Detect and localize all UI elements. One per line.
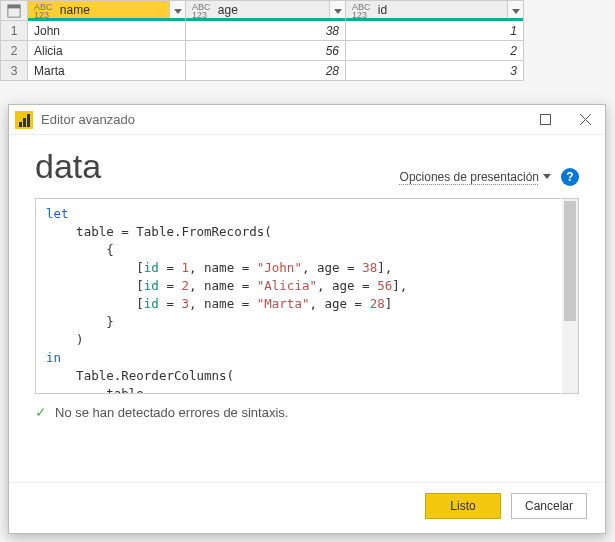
cell-age[interactable]: 56 xyxy=(186,41,346,61)
column-header-age[interactable]: ABC123 age xyxy=(186,1,346,21)
scrollbar-thumb[interactable] xyxy=(564,201,576,321)
row-number: 2 xyxy=(1,41,28,61)
cell-name[interactable]: Marta xyxy=(28,61,186,81)
query-name: data xyxy=(35,147,101,186)
help-button[interactable]: ? xyxy=(561,168,579,186)
svg-rect-2 xyxy=(540,115,550,125)
data-preview-table[interactable]: ABC123 name ABC123 age ABC123 id 1 John … xyxy=(0,0,524,81)
cell-age[interactable]: 28 xyxy=(186,61,346,81)
window-title: Editor avanzado xyxy=(41,112,525,127)
scrollbar[interactable] xyxy=(562,199,578,393)
status-text: No se han detectado errores de sintaxis. xyxy=(55,405,288,420)
close-button[interactable] xyxy=(565,105,605,135)
syntax-status: ✓ No se han detectado errores de sintaxi… xyxy=(35,394,579,420)
column-name-label: name xyxy=(60,3,90,17)
cancel-button[interactable]: Cancelar xyxy=(511,493,587,519)
display-options-dropdown[interactable]: Opciones de presentación xyxy=(400,170,551,184)
type-icon: ABC123 xyxy=(192,3,211,19)
modal-footer: Listo Cancelar xyxy=(9,482,605,533)
cell-id[interactable]: 1 xyxy=(346,21,524,41)
column-dropdown-icon[interactable] xyxy=(507,1,523,20)
code-content[interactable]: let table = Table.FromRecords( { [id = 1… xyxy=(36,199,578,394)
display-options-label: Opciones de presentación xyxy=(400,170,539,184)
table-row[interactable]: 3 Marta 28 3 xyxy=(1,61,524,81)
column-header-name[interactable]: ABC123 name xyxy=(28,1,186,21)
row-number: 1 xyxy=(1,21,28,41)
done-button[interactable]: Listo xyxy=(425,493,501,519)
row-number: 3 xyxy=(1,61,28,81)
svg-rect-1 xyxy=(8,4,20,8)
maximize-button[interactable] xyxy=(525,105,565,135)
type-icon: ABC123 xyxy=(34,3,53,19)
checkmark-icon: ✓ xyxy=(35,404,47,420)
cell-id[interactable]: 2 xyxy=(346,41,524,61)
titlebar: Editor avanzado xyxy=(9,105,605,135)
cell-name[interactable]: Alicia xyxy=(28,41,186,61)
type-icon: ABC123 xyxy=(352,3,371,19)
column-dropdown-icon[interactable] xyxy=(169,1,185,20)
app-logo-icon xyxy=(15,111,33,129)
chevron-down-icon xyxy=(543,174,551,180)
column-name-label: id xyxy=(378,3,387,17)
cell-id[interactable]: 3 xyxy=(346,61,524,81)
table-row[interactable]: 1 John 38 1 xyxy=(1,21,524,41)
column-dropdown-icon[interactable] xyxy=(329,1,345,20)
cell-name[interactable]: John xyxy=(28,21,186,41)
code-editor[interactable]: let table = Table.FromRecords( { [id = 1… xyxy=(35,198,579,394)
table-row[interactable]: 2 Alicia 56 2 xyxy=(1,41,524,61)
column-header-id[interactable]: ABC123 id xyxy=(346,1,524,21)
table-corner-icon[interactable] xyxy=(1,1,28,21)
cell-age[interactable]: 38 xyxy=(186,21,346,41)
advanced-editor-modal: Editor avanzado data Opciones de present… xyxy=(8,104,606,534)
column-name-label: age xyxy=(218,3,238,17)
